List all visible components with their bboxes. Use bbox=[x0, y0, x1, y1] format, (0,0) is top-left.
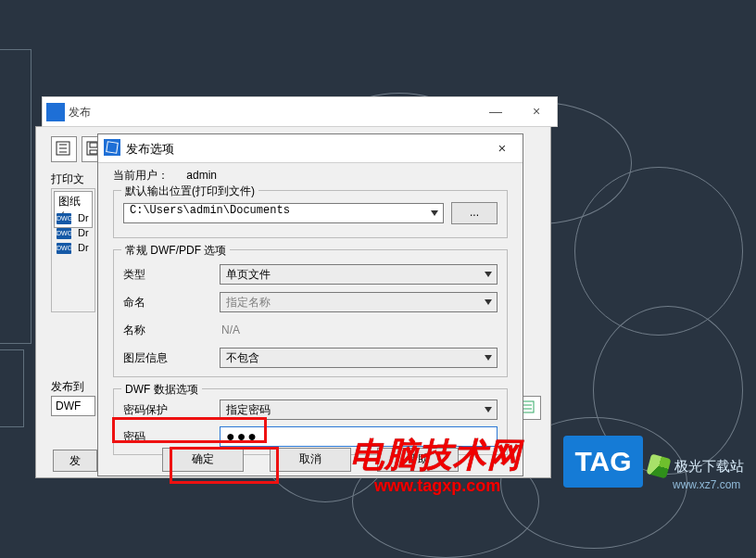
list-item[interactable]: DWG Dr bbox=[57, 242, 89, 254]
minimize-button[interactable]: — bbox=[475, 97, 516, 125]
file-name: Dr bbox=[78, 212, 89, 223]
app-icon bbox=[46, 103, 65, 121]
output-path-value: C:\Users\admin\Documents bbox=[130, 204, 290, 217]
parent-title-text: 发布 bbox=[69, 105, 91, 120]
ok-button-label: 确定 bbox=[192, 452, 214, 465]
bg-rect-1 bbox=[0, 49, 32, 344]
chevron-down-icon bbox=[485, 299, 492, 305]
chevron-down-icon bbox=[485, 355, 492, 361]
chevron-down-icon bbox=[431, 210, 438, 216]
sheet-set-icon bbox=[55, 140, 73, 159]
publish-to-select[interactable]: DWF bbox=[51, 396, 95, 416]
watermark-tag-badge: TAG bbox=[563, 436, 643, 488]
dwf-data-options-legend: DWF 数据选项 bbox=[121, 382, 202, 398]
type-select[interactable]: 单页文件 bbox=[220, 264, 498, 285]
watermark-url: www.tagxp.com bbox=[374, 476, 500, 496]
output-path-select[interactable]: C:\Users\admin\Documents bbox=[123, 203, 444, 223]
list-item[interactable]: DWG Dr bbox=[57, 212, 89, 224]
browse-button[interactable]: ... bbox=[451, 202, 498, 224]
password-label: 密码 bbox=[123, 429, 208, 445]
close-button[interactable]: × bbox=[485, 138, 519, 159]
file-name: Dr bbox=[78, 242, 89, 253]
xz-url: www.xz7.com bbox=[673, 478, 740, 491]
dwf-pdf-options-legend: 常规 DWF/PDF 选项 bbox=[121, 243, 230, 259]
titlebar[interactable]: 发布选项 × bbox=[98, 134, 523, 163]
cancel-button-label: 取消 bbox=[299, 452, 321, 465]
password-masked-value: ●●● bbox=[226, 428, 258, 444]
publish-to-value: DWF bbox=[56, 399, 81, 412]
browse-button-label: ... bbox=[470, 206, 479, 219]
file-name: Dr bbox=[78, 227, 89, 238]
chevron-down-icon bbox=[485, 407, 492, 412]
dwg-icon: DWG bbox=[57, 243, 71, 254]
type-value: 单页文件 bbox=[226, 268, 271, 281]
name-label: 名称 bbox=[123, 323, 208, 338]
naming-select[interactable]: 指定名称 bbox=[220, 292, 498, 312]
password-protect-value: 指定密码 bbox=[226, 403, 271, 416]
cancel-button[interactable]: 取消 bbox=[270, 448, 351, 472]
toolbar-button-1[interactable] bbox=[51, 136, 77, 162]
dwf-pdf-options-group: 常规 DWF/PDF 选项 类型 单页文件 命名 指定名称 名称 N/A bbox=[113, 249, 508, 377]
dwf-data-options-group: DWF 数据选项 密码保护 指定密码 密码 ●●● bbox=[113, 388, 508, 455]
bg-rect-2 bbox=[0, 349, 24, 427]
naming-value: 指定名称 bbox=[226, 296, 271, 309]
password-input[interactable]: ●●● bbox=[220, 426, 498, 447]
publish-to-label: 发布到 bbox=[51, 379, 84, 395]
current-user-label: 当前用户： bbox=[113, 168, 183, 184]
layer-info-label: 图层信息 bbox=[123, 350, 208, 366]
dialog-title: 发布选项 bbox=[126, 141, 174, 158]
dwg-icon: DWG bbox=[57, 228, 71, 239]
help-button-label: 帮助 bbox=[407, 452, 429, 465]
section-print-label: 打印文 bbox=[51, 171, 84, 187]
naming-label: 命名 bbox=[123, 295, 208, 311]
watermark-xz: 极光下载站 www.xz7.com bbox=[649, 456, 744, 476]
publish-options-dialog: 发布选项 × 当前用户： admin 默认输出位置(打印到文件) C:\User… bbox=[97, 133, 523, 476]
dialog-body: 当前用户： admin 默认输出位置(打印到文件) C:\Users\admin… bbox=[113, 168, 508, 466]
close-button[interactable]: × bbox=[516, 97, 557, 125]
app-icon bbox=[104, 139, 120, 156]
publish-button-label: 发 bbox=[69, 454, 81, 467]
xz-logo-icon bbox=[647, 454, 672, 479]
xz-name: 极光下载站 bbox=[674, 458, 744, 476]
publish-button-fragment[interactable]: 发 bbox=[53, 450, 97, 472]
list-item[interactable]: DWG Dr bbox=[57, 227, 89, 239]
current-user-value: admin bbox=[186, 169, 217, 182]
chevron-down-icon bbox=[485, 272, 492, 277]
layer-info-select[interactable]: 不包含 bbox=[220, 348, 498, 368]
output-location-group: 默认输出位置(打印到文件) C:\Users\admin\Documents .… bbox=[113, 190, 508, 238]
current-user-row: 当前用户： admin bbox=[113, 168, 508, 184]
ok-button[interactable]: 确定 bbox=[162, 448, 244, 472]
layer-info-value: 不包含 bbox=[226, 351, 259, 364]
password-protect-label: 密码保护 bbox=[123, 402, 208, 418]
name-value: N/A bbox=[220, 323, 498, 336]
password-protect-select[interactable]: 指定密码 bbox=[220, 399, 498, 420]
type-label: 类型 bbox=[123, 267, 208, 283]
dwg-icon: DWG bbox=[57, 213, 71, 224]
parent-titlebar[interactable]: 发布 — × bbox=[42, 96, 558, 127]
dialog-button-row: 确定 取消 帮助 bbox=[113, 448, 508, 472]
help-button[interactable]: 帮助 bbox=[377, 448, 459, 472]
output-location-legend: 默认输出位置(打印到文件) bbox=[121, 184, 258, 199]
